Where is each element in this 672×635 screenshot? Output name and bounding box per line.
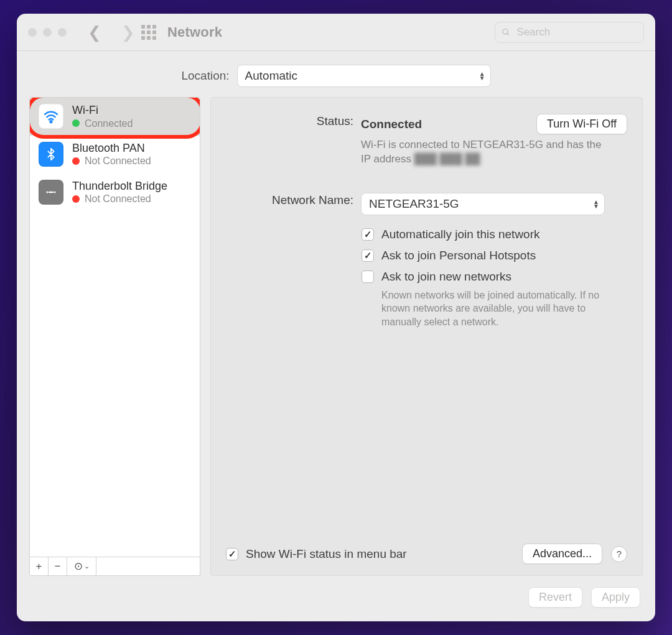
advanced-button[interactable]: Advanced... bbox=[522, 544, 602, 564]
status-description: Wi-Fi is connected to NETGEAR31-5G and h… bbox=[361, 138, 610, 167]
location-label: Location: bbox=[181, 69, 229, 83]
show-menubar-row[interactable]: Show Wi-Fi status in menu bar bbox=[226, 547, 407, 561]
network-name-select[interactable]: NETGEAR31-5G ▲▼ bbox=[361, 193, 605, 215]
back-icon[interactable]: ❮ bbox=[88, 24, 101, 40]
service-item-bluetooth[interactable]: Bluetooth PAN Not Connected bbox=[30, 136, 200, 174]
status-dot-icon bbox=[72, 195, 80, 203]
remove-service-button[interactable]: − bbox=[49, 557, 67, 575]
service-status: Not Connected bbox=[72, 193, 167, 205]
search-icon bbox=[502, 27, 510, 37]
apply-button[interactable]: Apply bbox=[591, 587, 640, 608]
add-service-button[interactable]: + bbox=[30, 557, 49, 575]
service-name: Thunderbolt Bridge bbox=[72, 180, 167, 193]
chevron-updown-icon: ▲▼ bbox=[593, 200, 599, 208]
forward-icon[interactable]: ❯ bbox=[121, 24, 135, 40]
location-select[interactable]: Automatic ▲▼ bbox=[237, 65, 491, 87]
auto-join-row[interactable]: Automatically join this network bbox=[362, 228, 627, 241]
titlebar: ❮ ❯ Network bbox=[17, 14, 655, 51]
wifi-icon bbox=[39, 104, 63, 129]
traffic-lights bbox=[28, 28, 67, 37]
bluetooth-icon bbox=[39, 142, 63, 167]
location-value: Automatic bbox=[245, 69, 297, 83]
search-input[interactable] bbox=[515, 25, 637, 39]
network-name-label: Network Name: bbox=[226, 193, 353, 207]
known-networks-help: Known networks will be joined automatica… bbox=[381, 289, 618, 329]
service-item-wifi[interactable]: Wi-Fi Connected bbox=[30, 98, 200, 136]
status-dot-icon bbox=[72, 119, 80, 127]
network-name-value: NETGEAR31-5G bbox=[369, 197, 459, 211]
ask-new-row[interactable]: Ask to join new networks bbox=[362, 270, 627, 284]
service-options-button[interactable]: ⊙⌄ bbox=[67, 557, 96, 575]
svg-point-0 bbox=[503, 29, 508, 34]
service-sidebar: Wi-Fi Connected Bluetooth PAN Not Connec… bbox=[29, 97, 200, 576]
service-item-thunderbolt[interactable]: Thunderbolt Bridge Not Connected bbox=[30, 174, 200, 211]
status-value: Connected bbox=[361, 118, 422, 131]
ask-new-checkbox[interactable] bbox=[362, 271, 374, 283]
search-field[interactable] bbox=[495, 22, 644, 43]
svg-point-2 bbox=[50, 121, 52, 123]
status-label: Status: bbox=[226, 114, 353, 128]
service-status: Not Connected bbox=[72, 155, 151, 167]
chevron-updown-icon: ▲▼ bbox=[479, 72, 485, 80]
auto-join-label: Automatically join this network bbox=[381, 228, 540, 241]
auto-join-checkbox[interactable] bbox=[362, 228, 374, 241]
content: Wi-Fi Connected Bluetooth PAN Not Connec… bbox=[17, 97, 655, 576]
service-name: Bluetooth PAN bbox=[72, 142, 151, 155]
footer: Revert Apply bbox=[17, 576, 655, 621]
service-status: Connected bbox=[72, 118, 133, 129]
location-row: Location: Automatic ▲▼ bbox=[17, 51, 655, 97]
help-button[interactable]: ? bbox=[611, 546, 627, 562]
svg-point-4 bbox=[54, 191, 56, 193]
window-title: Network bbox=[167, 24, 222, 40]
thunderbolt-icon bbox=[39, 180, 63, 205]
zoom-dot[interactable] bbox=[58, 28, 67, 37]
show-menubar-checkbox[interactable] bbox=[226, 548, 238, 560]
sidebar-tools: + − ⊙⌄ bbox=[30, 557, 200, 575]
minimize-dot[interactable] bbox=[43, 28, 52, 37]
close-dot[interactable] bbox=[28, 28, 37, 37]
svg-point-3 bbox=[47, 191, 49, 193]
ask-new-label: Ask to join new networks bbox=[381, 270, 511, 284]
service-list: Wi-Fi Connected Bluetooth PAN Not Connec… bbox=[30, 98, 200, 557]
revert-button[interactable]: Revert bbox=[528, 587, 582, 608]
show-menubar-label: Show Wi-Fi status in menu bar bbox=[246, 547, 407, 561]
show-all-icon[interactable] bbox=[141, 25, 156, 40]
network-window: ❮ ❯ Network Location: Automatic ▲▼ bbox=[17, 14, 655, 621]
ip-address-hidden: ███ ███ ██ bbox=[414, 152, 480, 167]
svg-rect-6 bbox=[49, 192, 54, 193]
ask-hotspot-row[interactable]: Ask to join Personal Hotspots bbox=[362, 249, 627, 262]
nav-buttons: ❮ ❯ bbox=[88, 24, 135, 40]
ask-hotspot-label: Ask to join Personal Hotspots bbox=[381, 249, 536, 262]
toggle-wifi-button[interactable]: Turn Wi-Fi Off bbox=[536, 114, 627, 134]
svg-line-1 bbox=[507, 33, 509, 35]
main-panel: Status: Connected Turn Wi-Fi Off Wi-Fi i… bbox=[210, 97, 643, 576]
service-name: Wi-Fi bbox=[72, 104, 133, 118]
ask-hotspot-checkbox[interactable] bbox=[362, 249, 374, 262]
status-dot-icon bbox=[72, 157, 80, 165]
sidebar-tool-spacer bbox=[96, 557, 200, 575]
